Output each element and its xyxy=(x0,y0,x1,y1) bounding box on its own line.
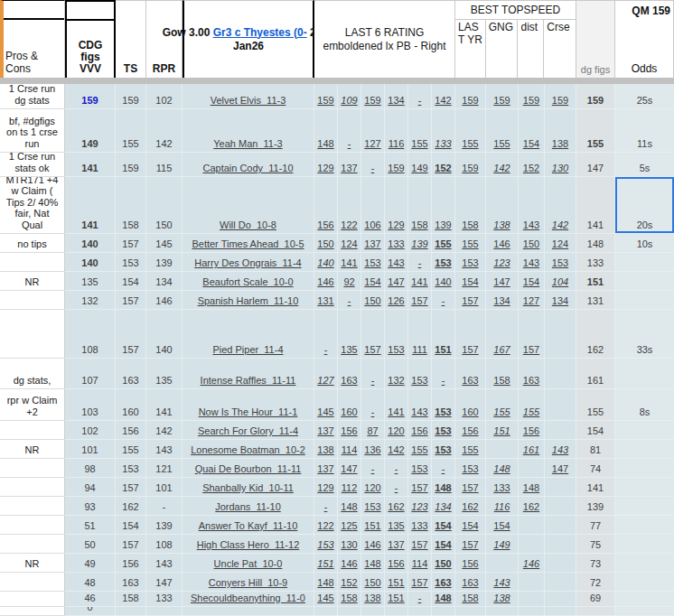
qm-label[interactable]: QM 159 xyxy=(615,1,673,20)
cell-pros-cons[interactable]: dg stats, xyxy=(0,359,65,389)
cell-rating-5[interactable]: 153 xyxy=(408,459,432,478)
cell-rating-3[interactable] xyxy=(361,607,385,616)
cell-topspeed-lastyr[interactable]: 163 xyxy=(455,359,486,389)
cell-rating-5[interactable]: 114 xyxy=(408,554,432,573)
cell-rating-6[interactable]: 133 xyxy=(432,109,455,153)
cell-cdg-figs[interactable]: 141 xyxy=(65,177,116,234)
cell-odds[interactable] xyxy=(615,359,674,389)
cell-topspeed-gng[interactable]: 142 xyxy=(486,153,519,177)
cell-ts[interactable] xyxy=(116,607,146,616)
cell-pros-cons[interactable] xyxy=(0,592,65,607)
cell-rating-2[interactable]: - xyxy=(338,109,361,153)
cell-rpr[interactable]: 142 xyxy=(146,109,183,153)
cell-topspeed-dist[interactable]: 143 xyxy=(519,177,545,234)
cell-rating-6[interactable]: 148 xyxy=(432,592,455,607)
cell-rating-3[interactable]: 157 xyxy=(361,310,385,359)
cell-ts[interactable]: 153 xyxy=(116,253,146,272)
cell-odds[interactable] xyxy=(615,535,674,554)
cell-ts[interactable]: 157 xyxy=(116,291,146,310)
horse-link[interactable]: Intense Raffles 11-11 xyxy=(201,375,296,386)
cell-topspeed-gng[interactable]: 158 xyxy=(486,359,519,389)
cell-rating-6[interactable]: 153 xyxy=(432,421,455,440)
cell-ts[interactable]: 157 xyxy=(116,535,146,554)
cell-pros-cons[interactable] xyxy=(0,497,65,516)
cell-pros-cons[interactable]: NR xyxy=(0,440,65,459)
horse-link[interactable]: Now Is The Hour 11-1 xyxy=(199,406,298,417)
cell-topspeed-dist[interactable]: 148 xyxy=(519,478,545,497)
horse-link[interactable]: Yeah Man 11-3 xyxy=(213,138,282,149)
cell-rating-2[interactable]: 130 xyxy=(338,535,361,554)
cell-odds[interactable]: 5s xyxy=(615,153,674,177)
cell-rating-5[interactable]: 149 xyxy=(408,153,432,177)
cell-rating-1[interactable]: 140 xyxy=(314,253,338,272)
cell-odds[interactable] xyxy=(615,291,674,310)
cell-horse[interactable]: Uncle Pat 10-0 xyxy=(183,554,314,573)
cell-rating-2[interactable]: 152 xyxy=(338,573,361,592)
cell-rating-6[interactable]: 139 xyxy=(432,177,455,234)
cell-cdg-figs[interactable]: 102 xyxy=(65,421,116,440)
cell-pros-cons[interactable]: NR xyxy=(0,272,65,291)
cell-rating-2[interactable]: 122 xyxy=(338,177,361,234)
cell-rpr[interactable]: 135 xyxy=(146,359,183,389)
cell-rating-5[interactable]: - xyxy=(408,253,432,272)
cell-topspeed-gng[interactable]: 147 xyxy=(486,272,519,291)
cell-horse[interactable]: Yeah Man 11-3 xyxy=(183,109,314,153)
cell-horse[interactable]: High Class Hero 11-12 xyxy=(183,535,314,554)
cell-rating-1[interactable]: 145 xyxy=(314,389,338,421)
cell-topspeed-gng[interactable]: 148 xyxy=(486,459,519,478)
cell-topspeed-lastyr[interactable]: 156 xyxy=(455,554,486,573)
cell-topspeed-crse[interactable]: 124 xyxy=(545,234,576,253)
cell-topspeed-lastyr[interactable]: 159 xyxy=(455,153,486,177)
cell-rating-4[interactable]: 126 xyxy=(385,291,408,310)
cell-rating-5[interactable]: 153 xyxy=(408,359,432,389)
cell-cdg-figs[interactable]: 46 xyxy=(65,592,116,607)
cell-odds[interactable]: 11s xyxy=(615,109,674,153)
cell-rating-1[interactable]: 137 xyxy=(314,421,338,440)
cell-dg-figs[interactable]: 74 xyxy=(576,459,615,478)
horse-link[interactable]: Better Times Ahead 10-5 xyxy=(192,238,304,249)
cell-rating-2[interactable]: 137 xyxy=(338,153,361,177)
cell-ts[interactable]: 156 xyxy=(116,554,146,573)
cell-pros-cons[interactable] xyxy=(0,573,65,592)
cell-odds[interactable]: 25s xyxy=(615,84,674,109)
cell-cdg-figs[interactable]: 49 xyxy=(65,554,116,573)
cell-topspeed-crse[interactable] xyxy=(545,607,576,616)
cell-topspeed-dist[interactable]: 143 xyxy=(519,253,545,272)
cell-rating-1[interactable]: 138 xyxy=(314,440,338,459)
cell-pros-cons[interactable] xyxy=(0,421,65,440)
cell-topspeed-gng[interactable]: 133 xyxy=(486,478,519,497)
cell-rating-6[interactable]: 163 xyxy=(432,573,455,592)
cell-rating-3[interactable]: 150 xyxy=(361,291,385,310)
cell-rating-5[interactable]: 141 xyxy=(408,272,432,291)
cell-topspeed-crse[interactable]: 104 xyxy=(545,272,576,291)
cell-ts[interactable]: 157 xyxy=(116,234,146,253)
cell-rating-1[interactable]: 148 xyxy=(314,109,338,153)
cell-cdg-figs[interactable]: 140 xyxy=(65,253,116,272)
cell-rating-6[interactable] xyxy=(432,607,455,616)
cell-dg-figs[interactable]: 155 xyxy=(576,389,615,421)
cell-pros-cons[interactable] xyxy=(0,607,65,616)
cell-rating-2[interactable]: 125 xyxy=(338,516,361,535)
horse-link[interactable]: Search For Glory 11-4 xyxy=(198,425,298,436)
cell-cdg-figs[interactable]: 107 xyxy=(65,359,116,389)
cell-ts[interactable]: 157 xyxy=(116,478,146,497)
cell-topspeed-crse[interactable]: 159 xyxy=(545,84,576,109)
cell-dg-figs[interactable]: 139 xyxy=(576,497,615,516)
cell-dg-figs[interactable]: 133 xyxy=(576,253,615,272)
cell-rating-5[interactable] xyxy=(408,607,432,616)
cell-rating-4[interactable]: - xyxy=(385,459,408,478)
cell-cdg-figs[interactable]: 108 xyxy=(65,310,116,359)
cell-horse[interactable]: Intense Raffles 11-11 xyxy=(183,359,314,389)
cell-rpr[interactable]: 134 xyxy=(146,272,183,291)
cell-cdg-figs[interactable]: 149 xyxy=(65,109,116,153)
cell-rpr[interactable]: 140 xyxy=(146,310,183,359)
cell-horse[interactable]: Beaufort Scale 10-0 xyxy=(183,272,314,291)
cell-dg-figs[interactable] xyxy=(576,607,615,616)
cell-rating-6[interactable]: - xyxy=(432,359,455,389)
subheader-gng[interactable]: GNG xyxy=(486,20,519,78)
cell-topspeed-dist[interactable] xyxy=(519,459,545,478)
cell-rpr[interactable]: - xyxy=(146,497,183,516)
cell-pros-cons[interactable]: 1 Crse run dg stats xyxy=(0,84,65,109)
cell-dg-figs[interactable]: 69 xyxy=(576,592,615,607)
cell-rating-1[interactable]: 156 xyxy=(314,177,338,234)
